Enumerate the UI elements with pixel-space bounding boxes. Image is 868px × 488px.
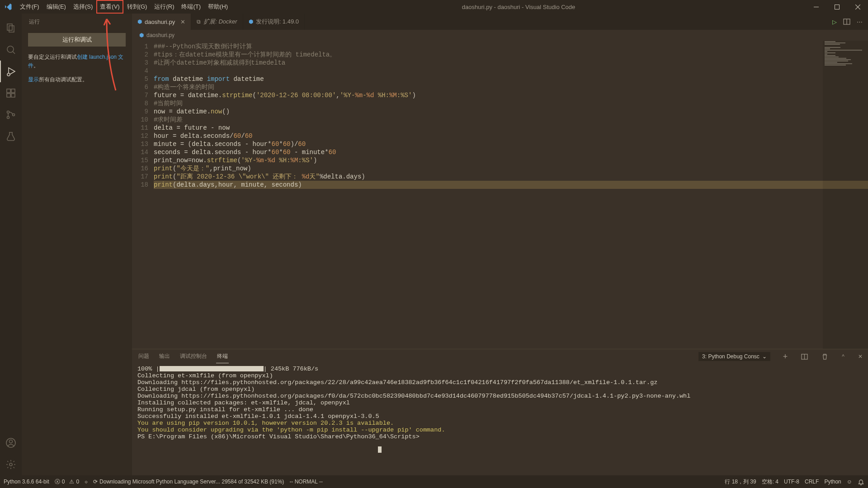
svg-point-15 xyxy=(9,463,12,466)
close-tab-icon[interactable]: ✕ xyxy=(180,19,185,25)
breadcrumb[interactable]: ⬢ daoshuri.py xyxy=(132,30,868,41)
panel-tab-终端[interactable]: 终端 xyxy=(216,350,229,363)
svg-point-11 xyxy=(7,117,9,119)
terminal-output[interactable]: 100% || 245kB 776kB/sCollecting et-xmlfi… xyxy=(132,364,868,475)
svg-rect-3 xyxy=(9,26,14,32)
more-actions-icon[interactable]: ⋯ xyxy=(857,19,863,25)
settings-gear-icon[interactable] xyxy=(0,454,22,475)
python-icon: ⬢ xyxy=(137,19,142,25)
python-icon: ⬢ xyxy=(139,32,144,38)
warning-icon: ⚠ xyxy=(69,479,74,485)
code-editor[interactable]: 123456789101112131415161718 ###--Python实… xyxy=(132,41,868,349)
activity-bar xyxy=(0,14,22,475)
run-file-icon[interactable]: ▷ xyxy=(832,19,837,25)
status-encoding[interactable]: UTF-8 xyxy=(784,479,799,485)
explorer-icon[interactable] xyxy=(0,17,22,39)
menu-运行(R)[interactable]: 运行(R) xyxy=(151,0,178,14)
python-icon: ⬢ xyxy=(249,19,253,25)
svg-rect-7 xyxy=(7,94,10,97)
menu-终端(T)[interactable]: 终端(T) xyxy=(178,0,204,14)
svg-point-5 xyxy=(7,73,10,76)
kill-terminal-icon[interactable] xyxy=(821,353,828,360)
extensions-icon[interactable] xyxy=(0,82,22,104)
menu-文件(F)[interactable]: 文件(F) xyxy=(16,0,43,14)
sidebar-text-1: 要自定义运行和调试创建 launch.json 文件。 xyxy=(22,50,132,73)
maximize-button[interactable] xyxy=(826,0,847,14)
split-editor-icon[interactable] xyxy=(843,18,850,25)
minimize-button[interactable] xyxy=(806,0,826,14)
panel-tab-输出[interactable]: 输出 xyxy=(158,350,171,363)
menu-转到(G)[interactable]: 转到(G) xyxy=(123,0,151,14)
close-panel-icon[interactable]: ✕ xyxy=(858,353,863,360)
maximize-panel-icon[interactable]: ^ xyxy=(842,353,844,360)
window-title: daoshuri.py - daoshuri - Visual Studio C… xyxy=(231,4,806,10)
menu-编辑(E)[interactable]: 编辑(E) xyxy=(43,0,70,14)
chevron-down-icon: ⌄ xyxy=(762,353,767,360)
source-control-icon[interactable] xyxy=(0,104,22,126)
panel-tab-问题[interactable]: 问题 xyxy=(137,350,150,363)
status-python[interactable]: Python 3.6.6 64-bit xyxy=(4,479,49,485)
status-language[interactable]: Python xyxy=(824,479,841,485)
menu-查看(V)[interactable]: 查看(V) xyxy=(96,0,123,14)
status-debug-icon[interactable]: ⟐ xyxy=(85,479,88,485)
status-sync[interactable]: ⟳ Downloading Microsoft Python Language … xyxy=(93,479,284,485)
bottom-panel: 问题输出调试控制台终端 3: Python Debug Consc ⌄ + ^ … xyxy=(132,349,868,475)
svg-point-10 xyxy=(7,111,9,113)
sidebar-title: 运行 xyxy=(22,14,132,29)
svg-point-14 xyxy=(9,440,13,443)
status-vim-mode: -- NORMAL -- xyxy=(289,479,323,485)
svg-rect-9 xyxy=(11,89,15,93)
minimap[interactable] xyxy=(823,41,868,349)
tab-daoshuri.py[interactable]: ⬢daoshuri.py✕ xyxy=(132,14,191,30)
svg-point-4 xyxy=(7,46,14,52)
panel-tabs: 问题输出调试控制台终端 3: Python Debug Consc ⌄ + ^ … xyxy=(132,349,868,364)
terminal-selector[interactable]: 3: Python Debug Consc ⌄ xyxy=(698,352,770,361)
panel-tab-调试控制台[interactable]: 调试控制台 xyxy=(179,350,208,363)
status-bar: Python 3.6.6 64-bit ⓧ0 ⚠0 ⟐ ⟳ Downloadin… xyxy=(0,475,868,488)
run-and-debug-button[interactable]: 运行和调试 xyxy=(28,33,126,47)
svg-rect-2 xyxy=(7,24,12,30)
tab-发行说明: 1.49.0[interactable]: ⬢发行说明: 1.49.0 xyxy=(243,14,305,30)
status-problems[interactable]: ⓧ0 ⚠0 xyxy=(55,478,79,486)
testing-icon[interactable] xyxy=(0,126,22,147)
status-eol[interactable]: CRLF xyxy=(805,479,819,485)
show-configs-link[interactable]: 显示 xyxy=(28,76,39,83)
accounts-icon[interactable] xyxy=(0,432,22,454)
new-terminal-icon[interactable]: + xyxy=(783,352,788,361)
svg-rect-1 xyxy=(835,5,839,9)
sidebar-text-2: 显示所有自动调试配置。 xyxy=(22,73,132,87)
svg-rect-0 xyxy=(814,7,819,7)
status-cursor[interactable]: 行 18，列 39 xyxy=(725,478,756,486)
ext-icon: ⧉ xyxy=(197,19,201,25)
editor-tabs: ⬢daoshuri.py✕⧉扩展: Docker⬢发行说明: 1.49.0 ▷ … xyxy=(132,14,868,30)
run-debug-icon[interactable] xyxy=(0,61,22,82)
main-menu: 文件(F)编辑(E)选择(S)查看(V)转到(G)运行(R)终端(T)帮助(H) xyxy=(16,0,231,14)
run-sidebar: 运行 运行和调试 要自定义运行和调试创建 launch.json 文件。 显示所… xyxy=(22,14,132,475)
title-bar: 文件(F)编辑(E)选择(S)查看(V)转到(G)运行(R)终端(T)帮助(H)… xyxy=(0,0,868,14)
svg-rect-8 xyxy=(11,94,15,97)
sync-icon: ⟳ xyxy=(93,479,98,485)
editor-area: ⬢daoshuri.py✕⧉扩展: Docker⬢发行说明: 1.49.0 ▷ … xyxy=(132,14,868,475)
menu-帮助(H)[interactable]: 帮助(H) xyxy=(204,0,231,14)
status-feedback-icon[interactable]: ☺ xyxy=(847,479,852,485)
tab-扩展: Docker[interactable]: ⧉扩展: Docker xyxy=(191,14,243,30)
status-indent[interactable]: 空格: 4 xyxy=(762,478,778,486)
close-button[interactable] xyxy=(847,0,868,14)
vscode-logo-icon xyxy=(0,3,16,11)
split-terminal-icon[interactable] xyxy=(801,353,808,360)
search-icon[interactable] xyxy=(0,39,22,61)
status-notifications-icon[interactable] xyxy=(858,479,864,485)
menu-选择(S)[interactable]: 选择(S) xyxy=(70,0,96,14)
error-icon: ⓧ xyxy=(55,478,60,486)
svg-rect-6 xyxy=(7,89,10,93)
